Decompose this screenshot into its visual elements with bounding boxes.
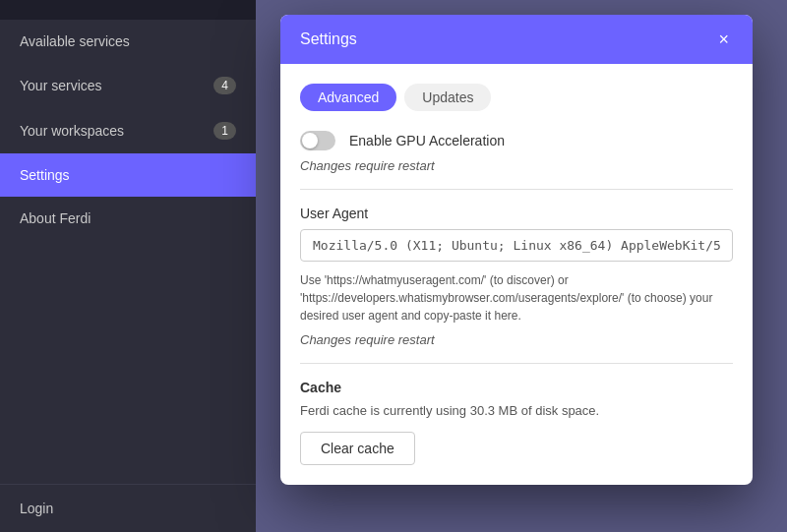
sidebar-login[interactable]: Login: [0, 484, 256, 532]
cache-section-title: Cache: [300, 380, 733, 395]
tab-updates[interactable]: Updates: [404, 84, 491, 111]
sidebar-top-bar: [0, 0, 256, 20]
user-agent-hint: Use 'https://whatmyuseragent.com/' (to d…: [300, 271, 733, 325]
sidebar-item-available-services[interactable]: Available services: [0, 20, 256, 63]
user-agent-restart-note: Changes require restart: [300, 332, 733, 347]
gpu-toggle-row: Enable GPU Acceleration: [300, 131, 733, 150]
tab-advanced[interactable]: Advanced: [300, 84, 396, 111]
tabs-container: Advanced Updates: [300, 84, 733, 111]
divider-1: [300, 189, 733, 190]
sidebar-item-settings[interactable]: Settings: [0, 153, 256, 197]
cache-description: Ferdi cache is currently using 30.3 MB o…: [300, 403, 733, 418]
modal-header: Settings ×: [280, 15, 753, 64]
sidebar-spacer: [0, 240, 256, 484]
gpu-toggle[interactable]: [300, 131, 335, 150]
modal-body: Advanced Updates Enable GPU Acceleration…: [280, 64, 753, 485]
sidebar: Available services Your services 4 Your …: [0, 0, 256, 532]
sidebar-item-your-services[interactable]: Your services 4: [0, 63, 256, 108]
gpu-toggle-label: Enable GPU Acceleration: [349, 133, 505, 148]
gpu-restart-note: Changes require restart: [300, 158, 733, 173]
clear-cache-button[interactable]: Clear cache: [300, 432, 415, 465]
settings-modal: Settings × Advanced Updates Enable GPU A…: [280, 15, 753, 485]
user-agent-input[interactable]: [300, 229, 733, 262]
modal-title: Settings: [300, 30, 357, 48]
your-services-badge: 4: [213, 77, 236, 94]
divider-2: [300, 363, 733, 364]
your-workspaces-badge: 1: [213, 122, 236, 140]
sidebar-item-about-ferdi[interactable]: About Ferdi: [0, 197, 256, 240]
user-agent-label: User Agent: [300, 206, 733, 221]
toggle-knob: [302, 133, 318, 148]
modal-close-button[interactable]: ×: [714, 29, 733, 50]
sidebar-item-your-workspaces[interactable]: Your workspaces 1: [0, 108, 256, 153]
